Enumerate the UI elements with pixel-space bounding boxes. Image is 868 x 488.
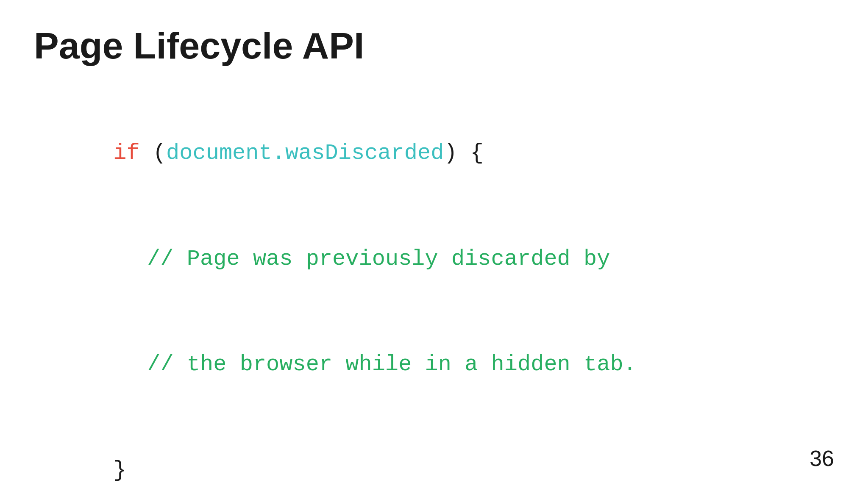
property-wasDiscarded: document.wasDiscarded — [166, 141, 444, 166]
paren-open: ( — [140, 141, 166, 166]
slide-title: Page Lifecycle API — [34, 25, 834, 67]
code-line-1: if (document.wasDiscarded) { — [34, 100, 834, 206]
keyword-if: if — [113, 141, 139, 166]
paren-close-brace: ) { — [444, 141, 484, 166]
code-line-3: // the browser while in a hidden tab. — [34, 312, 834, 418]
slide-container: Page Lifecycle API if (document.wasDisca… — [0, 0, 868, 488]
comment-line-2: // the browser while in a hidden tab. — [147, 352, 637, 377]
slide-number: 36 — [810, 446, 834, 471]
code-line-4: } — [34, 417, 834, 488]
code-block: if (document.wasDiscarded) { // Page was… — [34, 100, 834, 488]
closing-brace: } — [113, 458, 126, 483]
code-line-2: // Page was previously discarded by — [34, 206, 834, 312]
comment-line-1: // Page was previously discarded by — [147, 247, 610, 272]
